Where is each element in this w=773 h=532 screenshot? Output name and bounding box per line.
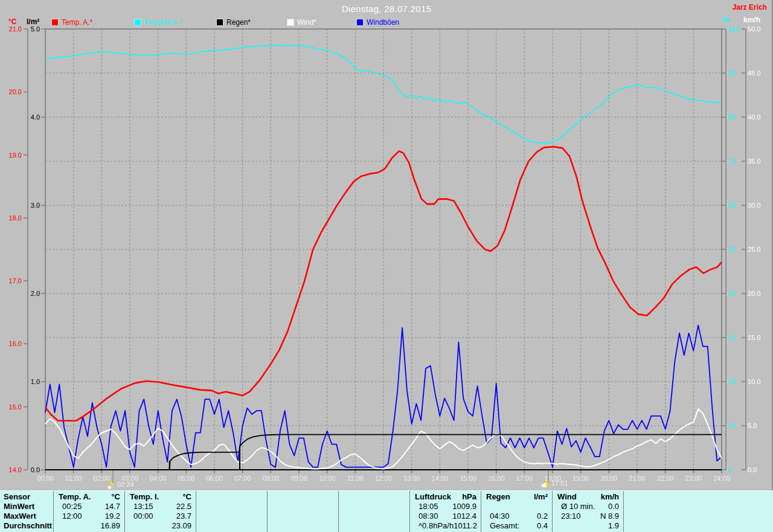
legend-label: Temp. A.* (62, 18, 92, 27)
svg-text:80: 80 (728, 114, 735, 121)
svg-text:00:00: 00:00 (37, 475, 54, 482)
table-cell-time: ^0.8hPa/h (410, 521, 454, 531)
svg-text:20: 20 (728, 378, 735, 385)
table-row-label: MaxWert (0, 511, 53, 521)
table-column (196, 491, 267, 532)
svg-text:0.0: 0.0 (31, 466, 40, 473)
table-cell-value (334, 521, 338, 531)
table-cell-value: 14.7 (105, 502, 124, 511)
table-cell-time (339, 521, 347, 531)
table-cell-time (339, 511, 347, 521)
svg-text:60: 60 (728, 202, 735, 209)
table-cell-value (769, 502, 773, 511)
table-column-header: Temp. A. (54, 492, 91, 502)
svg-text:12:00: 12:00 (375, 475, 392, 482)
svg-text:2.0: 2.0 (31, 290, 40, 297)
svg-text:21.0: 21.0 (9, 25, 22, 33)
legend-label: Wind* (297, 18, 316, 27)
svg-text:07:00: 07:00 (234, 475, 251, 482)
legend-item-humidity[interactable]: Feuchte A.* (134, 18, 182, 27)
table-cell-time: 08:30 (410, 511, 438, 521)
table-column-header: Temp. I. (125, 492, 159, 502)
svg-text:08:00: 08:00 (263, 475, 280, 482)
table-cell-value: 0.0 (608, 502, 623, 511)
svg-text:40.0: 40.0 (748, 114, 760, 121)
svg-text:50.0: 50.0 (748, 25, 760, 33)
svg-text:19.0: 19.0 (9, 152, 22, 159)
svg-text:04:00: 04:00 (150, 475, 167, 482)
table-cell-value (334, 511, 338, 521)
svg-text:1.0: 1.0 (31, 378, 40, 385)
legend-item-rain[interactable]: Regen* (216, 18, 251, 27)
sun-up-arrow-icon (541, 479, 550, 489)
table-column-header: Regen (481, 492, 510, 502)
wind-axis-unit: km/h (743, 16, 760, 24)
svg-text:06:00: 06:00 (206, 475, 223, 482)
legend-item-temp[interactable]: Temp. A.* (51, 18, 92, 27)
table-column-header: Wind (553, 492, 577, 502)
svg-text:100: 100 (728, 25, 739, 33)
legend-item-gusts[interactable]: Windböen (356, 18, 399, 27)
svg-text:18.0: 18.0 (9, 214, 22, 222)
table-cell-time (624, 511, 632, 521)
table-cell-value: 23.7 (176, 511, 196, 521)
svg-text:21:00: 21:00 (629, 475, 646, 482)
table-cell-time (196, 502, 205, 511)
time-marker-0224: 02:24 (107, 481, 134, 489)
table-cell-time: 00:00 (125, 511, 153, 521)
wind-legend-chip-icon (287, 19, 294, 26)
gusts-legend-chip-icon (356, 19, 364, 26)
table-column: Regenl/m²04:300.2Gesamt:0.4 (481, 491, 552, 532)
table-column-unit (334, 492, 338, 502)
svg-text:20:00: 20:00 (601, 475, 618, 482)
temp-axis-unit: °C (8, 18, 16, 26)
table-row-label: Sensor (0, 492, 53, 502)
svg-text:16:00: 16:00 (488, 475, 505, 482)
svg-text:15:00: 15:00 (460, 475, 476, 482)
table-column-unit: hPa (462, 492, 481, 502)
table-cell-value: 16.89 (100, 521, 124, 531)
table-cell-value: 0.2 (537, 511, 552, 521)
humidity-legend-chip-icon (134, 19, 141, 26)
svg-text:14.0: 14.0 (9, 466, 22, 473)
marker-time-label: 17:51 (551, 479, 568, 487)
moon-down-arrow-icon (107, 481, 116, 489)
table-cell-time (624, 521, 632, 531)
svg-text:25.0: 25.0 (748, 246, 760, 253)
svg-text:0: 0 (728, 466, 731, 473)
svg-text:19:00: 19:00 (573, 475, 589, 482)
weather-app-window: 21.020.019.018.017.016.015.014.05.04.03.… (0, 0, 773, 532)
svg-text:10:00: 10:00 (319, 475, 336, 482)
svg-text:30.0: 30.0 (748, 202, 760, 209)
table-row-label: MinWert (0, 502, 53, 511)
svg-text:17.0: 17.0 (9, 277, 22, 284)
table-cell-value (769, 521, 773, 531)
date-title: Dienstag, 28.07.2015 (0, 4, 773, 14)
svg-text:35.0: 35.0 (748, 158, 760, 165)
table-cell-value (405, 502, 409, 511)
table-column (623, 491, 773, 532)
table-column-header (339, 492, 344, 502)
svg-text:22:00: 22:00 (657, 475, 674, 482)
humidity-axis-unit: % (723, 16, 730, 24)
table-column-header (624, 492, 629, 502)
svg-text:0.0: 0.0 (748, 466, 757, 473)
svg-text:09:00: 09:00 (290, 475, 307, 482)
table-column: LuftdruckhPa18:051009.908:301012.4^0.8hP… (409, 491, 481, 532)
legend-item-wind[interactable]: Wind* (287, 18, 316, 27)
table-column-header (268, 492, 272, 502)
table-cell-value (263, 502, 267, 511)
table-cell-value (334, 502, 338, 511)
svg-text:50: 50 (728, 246, 735, 253)
table-cell-value (263, 521, 267, 531)
table-cell-time (196, 521, 205, 531)
table-cell-time (268, 511, 276, 521)
legend-label: Windböen (367, 18, 399, 27)
table-column-unit: l/m² (534, 492, 552, 502)
svg-text:40: 40 (728, 290, 735, 297)
table-cell-time: 04:30 (481, 511, 510, 521)
svg-text:45.0: 45.0 (748, 69, 760, 77)
time-marker-1751: 17:51 (541, 479, 568, 489)
svg-text:01:00: 01:00 (65, 475, 82, 482)
table-cell-time (268, 502, 276, 511)
